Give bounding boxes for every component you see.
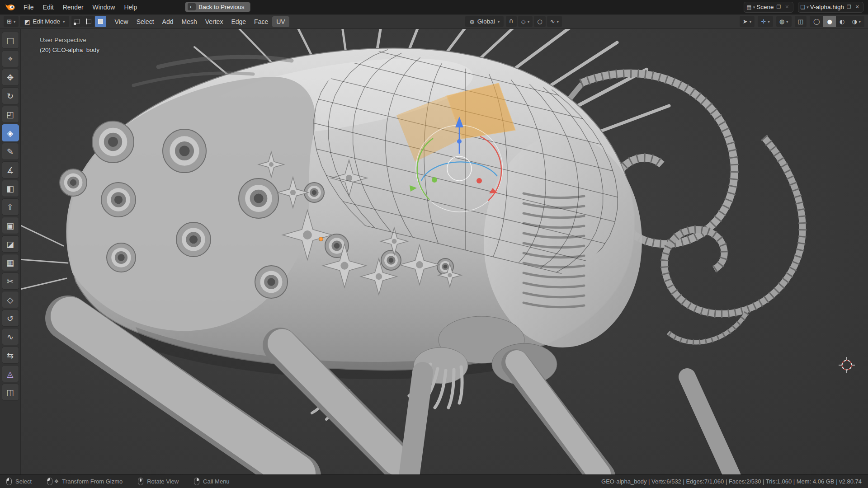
menu-add[interactable]: Add bbox=[158, 16, 178, 27]
editor-type-button[interactable]: ⊞ ▾ bbox=[4, 16, 19, 27]
tool-measure[interactable]: ∡ bbox=[2, 161, 19, 178]
menu-help[interactable]: Help bbox=[119, 2, 142, 12]
blender-logo-icon[interactable] bbox=[5, 3, 15, 11]
tool-edge-slide[interactable]: ⇆ bbox=[2, 347, 19, 364]
hint-rotate-view: Rotate View bbox=[138, 478, 179, 485]
view-layer-selector[interactable]: ❏ ▾ V-alpha.high ❐ ✕ bbox=[798, 2, 863, 13]
snap-target-dropdown[interactable]: ◇ ▾ bbox=[518, 16, 533, 27]
falloff-curve-icon: ∿ bbox=[550, 18, 555, 25]
proportional-falloff-dropdown[interactable]: ∿ ▾ bbox=[547, 16, 562, 27]
tool-rotate[interactable]: ↻ bbox=[2, 87, 19, 104]
menu-mesh[interactable]: Mesh bbox=[177, 16, 201, 27]
back-to-previous-label: Back to Previous bbox=[198, 4, 244, 10]
tool-add-cube[interactable]: ◧ bbox=[2, 180, 19, 197]
tool-annotate[interactable]: ✎ bbox=[2, 143, 19, 160]
tool-poly-build[interactable]: ◇ bbox=[2, 291, 19, 308]
knife-icon: ✂ bbox=[7, 277, 14, 286]
tool-extrude-region[interactable]: ⇧ bbox=[2, 198, 19, 216]
editor-type-icon: ⊞ bbox=[7, 18, 12, 25]
bevel-icon: ◪ bbox=[6, 239, 14, 249]
shading-rendered-button[interactable]: ◑ ▾ bbox=[848, 16, 864, 27]
scene-name: Scene bbox=[756, 4, 774, 10]
tool-rip-region[interactable]: ◫ bbox=[2, 384, 19, 401]
menu-uv[interactable]: UV bbox=[272, 16, 289, 27]
tool-transform[interactable]: ◈ bbox=[2, 124, 19, 141]
back-to-previous-button[interactable]: ← Back to Previous bbox=[185, 2, 250, 12]
menu-vertex[interactable]: Vertex bbox=[201, 16, 227, 27]
tool-inset-faces[interactable]: ▣ bbox=[2, 217, 19, 234]
menu-window[interactable]: Window bbox=[88, 2, 120, 12]
shading-material-button[interactable]: ◐ bbox=[836, 16, 848, 27]
view-layer-icon: ❏ bbox=[801, 4, 806, 10]
select-mode-group bbox=[71, 16, 106, 27]
viewport-header-right: ➤ ▾ ✛ ▾ ◍ ▾ ◫ ◯ ● ◐ bbox=[740, 16, 864, 27]
viewport-3d[interactable] bbox=[0, 29, 868, 474]
mode-dropdown[interactable]: ◩ Edit Mode ▾ bbox=[20, 16, 69, 27]
menu-edge[interactable]: Edge bbox=[227, 16, 250, 27]
mouse-right-icon bbox=[194, 478, 199, 485]
shading-solid-button[interactable]: ● bbox=[823, 16, 835, 27]
viewport-overlay-text: User Perspective (20) GEO-alpha_body bbox=[40, 35, 99, 55]
gizmo-axes-icon: ✛ bbox=[761, 18, 766, 25]
tool-select-box[interactable]: □ bbox=[2, 32, 19, 49]
tool-move[interactable]: ✥ bbox=[2, 69, 19, 86]
back-arrow-icon: ← bbox=[188, 3, 196, 10]
face-select-button[interactable] bbox=[95, 16, 106, 27]
viewport-header: ⊞ ▾ ◩ Edit Mode ▾ View Select Add Mesh V… bbox=[0, 14, 868, 29]
extrude-icon: ⇧ bbox=[7, 202, 14, 212]
menu-view[interactable]: View bbox=[111, 16, 132, 27]
measure-icon: ∡ bbox=[6, 165, 14, 175]
chevron-down-icon: ▾ bbox=[750, 19, 752, 24]
menu-face[interactable]: Face bbox=[250, 16, 272, 27]
chevron-down-icon: ▾ bbox=[768, 19, 770, 24]
add-cube-icon: ◧ bbox=[6, 184, 14, 193]
selectability-dropdown[interactable]: ➤ ▾ bbox=[740, 16, 755, 27]
select-box-icon: □ bbox=[6, 36, 14, 45]
gizmos-dropdown[interactable]: ✛ ▾ bbox=[758, 16, 773, 27]
edge-slide-icon: ⇆ bbox=[7, 351, 14, 360]
xray-toggle-button[interactable]: ◫ bbox=[795, 16, 807, 27]
transform-orientation-dropdown[interactable]: ⊕ Global ▾ bbox=[465, 16, 504, 27]
tool-loop-cut[interactable]: ▦ bbox=[2, 254, 19, 271]
tool-smooth[interactable]: ∿ bbox=[2, 328, 19, 345]
shading-wireframe-button[interactable]: ◯ bbox=[810, 16, 824, 27]
cursor-icon: ⌖ bbox=[8, 54, 12, 64]
gizmo-x-handle[interactable] bbox=[476, 178, 482, 183]
mouse-left-icon bbox=[6, 478, 12, 485]
tool-knife[interactable]: ✂ bbox=[2, 272, 19, 290]
topbar: File Edit Render Window Help ← Back to P… bbox=[0, 0, 868, 14]
proportional-editing-button[interactable]: ○ bbox=[534, 16, 545, 27]
rip-region-icon: ◫ bbox=[6, 388, 14, 397]
scene-copy-icon[interactable]: ❐ bbox=[775, 4, 782, 10]
menu-file[interactable]: File bbox=[19, 2, 38, 12]
tool-spin[interactable]: ↺ bbox=[2, 310, 19, 327]
menu-select[interactable]: Select bbox=[132, 16, 158, 27]
chevron-down-icon: ▾ bbox=[63, 19, 65, 24]
edge-select-button[interactable] bbox=[83, 16, 94, 27]
menu-edit[interactable]: Edit bbox=[38, 2, 58, 12]
overlays-dropdown[interactable]: ◍ ▾ bbox=[776, 16, 792, 27]
tool-scale[interactable]: ◰ bbox=[2, 106, 19, 123]
tool-bevel[interactable]: ◪ bbox=[2, 235, 19, 253]
tool-shrink-fatten[interactable]: ◬ bbox=[2, 365, 19, 382]
scene-selector[interactable]: ▤ ▾ Scene ❐ ✕ bbox=[744, 2, 793, 13]
snap-toggle-button[interactable]: ∪ bbox=[506, 16, 517, 27]
view-layer-copy-icon[interactable]: ❐ bbox=[845, 4, 853, 10]
edge-select-icon bbox=[86, 19, 91, 24]
smooth-icon: ∿ bbox=[7, 332, 14, 342]
view-layer-remove-icon[interactable]: ✕ bbox=[854, 4, 861, 10]
orientation-globe-icon: ⊕ bbox=[469, 18, 474, 25]
orientation-label: Global bbox=[477, 18, 495, 25]
object-origin-dot bbox=[319, 237, 323, 241]
mode-label: Edit Mode bbox=[33, 18, 60, 25]
face-select-icon bbox=[98, 19, 103, 24]
blender-window: File Edit Render Window Help ← Back to P… bbox=[0, 0, 868, 488]
vertex-select-button[interactable] bbox=[71, 16, 83, 27]
scale-icon: ◰ bbox=[6, 110, 14, 119]
tool-cursor[interactable]: ⌖ bbox=[2, 50, 19, 67]
chevron-down-icon: ▾ bbox=[14, 19, 16, 24]
menu-render[interactable]: Render bbox=[58, 2, 88, 12]
gizmo-y-handle[interactable] bbox=[432, 177, 437, 183]
chevron-down-icon: ▾ bbox=[557, 19, 559, 24]
scene-unlink-icon[interactable]: ✕ bbox=[783, 4, 790, 10]
